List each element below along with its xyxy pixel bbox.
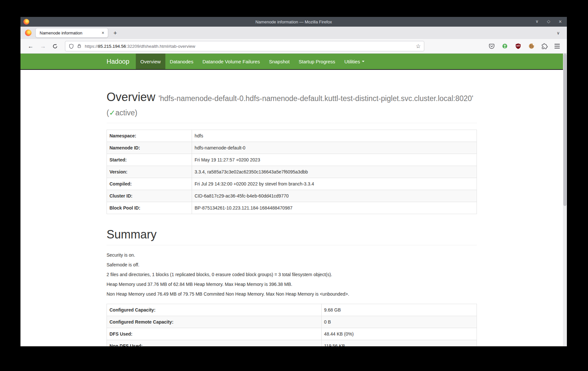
tab-close-icon[interactable]: ×	[101, 30, 105, 35]
row-label: Compiled:	[107, 178, 192, 190]
hadoop-navbar: Hadoop Overview Datanodes Datanode Volum…	[20, 54, 563, 70]
hadoop-nav-items: Overview Datanodes Datanode Volume Failu…	[136, 54, 369, 69]
summary-lines: Security is on. Safemode is off. 2 files…	[107, 252, 477, 297]
table-row: Non DFS Used: 119.56 KB	[107, 340, 477, 346]
nav-item[interactable]: Utilities	[340, 54, 369, 69]
ublock-origin-icon[interactable]: uO	[515, 43, 521, 49]
url-host: 85.215.194.56	[98, 44, 126, 49]
nav-item[interactable]: Snapshot	[264, 54, 294, 69]
row-label: Configured Remote Capacity:	[107, 316, 322, 328]
browser-tab[interactable]: Namenode information ×	[35, 28, 108, 38]
forward-button[interactable]: →	[40, 43, 46, 49]
row-label: Configured Capacity:	[107, 304, 322, 316]
page-scrollbar[interactable]	[563, 54, 567, 346]
status-open-paren: (	[107, 109, 109, 117]
row-value: 3.3.4, ra585a73c3e02ac62350c136643a5e7f6…	[192, 166, 477, 178]
table-row: DFS Used: 48.44 KB (0%)	[107, 328, 477, 340]
pocket-icon[interactable]	[489, 43, 495, 49]
summary-line: 2 files and directories, 1 blocks (1 rep…	[107, 271, 477, 278]
tab-bar: Namenode information × + ∨	[20, 27, 567, 39]
scrollbar-thumb[interactable]	[563, 54, 567, 206]
page-viewport: Hadoop Overview Datanodes Datanode Volum…	[20, 54, 567, 346]
ublock-label: uO	[515, 45, 521, 47]
caret-down-icon	[362, 61, 364, 62]
summary-line: Heap Memory used 37.76 MB of 62.84 MB He…	[107, 281, 477, 288]
url-bar[interactable]: https://85.215.194.56:32209/dfshealth.ht…	[65, 41, 424, 51]
nav-item-label: Snapshot	[269, 59, 289, 64]
menu-hamburger-icon[interactable]	[555, 44, 560, 48]
row-value: 48.44 KB (0%)	[321, 328, 477, 340]
content-container: Overview 'hdfs-namenode-default-0.hdfs-n…	[102, 90, 482, 346]
row-label: Version:	[107, 166, 192, 178]
overview-title: Overview 'hdfs-namenode-default-0.hdfs-n…	[107, 90, 477, 119]
maximize-button[interactable]: ◇	[547, 19, 550, 24]
table-row: Namespace: hdfs	[107, 130, 477, 142]
tracking-protection-shield-icon[interactable]	[69, 44, 74, 49]
url-path: :32209/dfshealth.html#tab-overview	[126, 44, 195, 49]
url-text[interactable]: https://85.215.194.56:32209/dfshealth.ht…	[85, 44, 416, 49]
extension-buttons: uO	[489, 43, 560, 49]
namenode-info-table: Namespace: hdfs Namenode ID: hdfs-nameno…	[107, 130, 477, 214]
cookie-extension-icon[interactable]	[528, 43, 535, 49]
row-label: Namenode ID:	[107, 142, 192, 154]
table-row: Started: Fri May 19 11:27:57 +0200 2023	[107, 154, 477, 166]
nav-item[interactable]: Datanodes	[165, 54, 198, 69]
table-row: Compiled: Fri Jul 29 14:32:00 +0200 2022…	[107, 178, 477, 190]
privacy-extension-icon[interactable]	[502, 43, 508, 49]
firefox-view-icon[interactable]	[25, 30, 32, 36]
browser-window: Namenode information — Mozilla Firefox ∨…	[20, 17, 567, 346]
namenode-info-table-body: Namespace: hdfs Namenode ID: hdfs-nameno…	[107, 130, 477, 214]
extensions-puzzle-icon[interactable]	[542, 43, 548, 49]
active-check-icon: ✓	[109, 109, 115, 117]
row-label: Namespace:	[107, 130, 192, 142]
new-tab-button[interactable]: +	[113, 30, 117, 36]
summary-header: Summary	[107, 228, 477, 245]
row-label: Started:	[107, 154, 192, 166]
list-all-tabs-icon[interactable]: ∨	[556, 31, 560, 35]
nav-item-label: Datanodes	[170, 59, 194, 64]
reload-icon[interactable]	[52, 44, 58, 49]
row-value: BP-875134261-10.223.121.184-168448847098…	[192, 202, 477, 214]
overview-header: Overview 'hdfs-namenode-default-0.hdfs-n…	[107, 90, 477, 123]
minimize-button[interactable]: ∨	[535, 19, 539, 24]
summary-line: Non Heap Memory used 76.49 MB of 79.75 M…	[107, 291, 477, 297]
window-title: Namenode information — Mozilla Firefox	[20, 19, 567, 24]
nav-item[interactable]: Startup Progress	[294, 54, 340, 69]
row-label: Cluster ID:	[107, 190, 192, 202]
nav-item-label: Datanode Volume Failures	[202, 59, 260, 64]
row-value: hdfs	[192, 130, 477, 142]
summary-line: Security is on.	[107, 252, 477, 258]
table-row: Version: 3.3.4, ra585a73c3e02ac62350c136…	[107, 166, 477, 178]
insecure-lock-icon[interactable]	[77, 44, 82, 49]
row-value: hdfs-namenode-default-0	[192, 142, 477, 154]
firefox-logo-icon	[23, 19, 29, 25]
summary-title: Summary	[107, 228, 477, 241]
table-row: Cluster ID: CID-6a817c29-ac36-45fc-b4eb-…	[107, 190, 477, 202]
row-value: CID-6a817c29-ac36-45fc-b4eb-60dd41cd9770	[192, 190, 477, 202]
window-titlebar[interactable]: Namenode information — Mozilla Firefox ∨…	[20, 17, 567, 27]
namenode-address: 'hdfs-namenode-default-0.hdfs-namenode-d…	[159, 94, 473, 103]
row-value: 0 B	[321, 316, 477, 328]
bookmark-star-icon[interactable]: ☆	[416, 44, 421, 49]
nav-item-label: Utilities	[344, 59, 360, 64]
active-status-label: active)	[115, 109, 137, 117]
nav-item[interactable]: Datanode Volume Failures	[198, 54, 264, 69]
row-label: Non DFS Used:	[107, 340, 322, 346]
url-scheme: https://	[85, 44, 98, 49]
hadoop-page: Hadoop Overview Datanodes Datanode Volum…	[20, 54, 563, 346]
nav-item-label: Startup Progress	[299, 59, 335, 64]
navigation-toolbar: ← → https://85.215.194.56:32209/dfshealt…	[20, 39, 567, 54]
table-row: Block Pool ID: BP-875134261-10.223.121.1…	[107, 202, 477, 214]
row-value: 119.56 KB	[321, 340, 477, 346]
capacity-table: Configured Capacity: 9.68 GB Configured …	[107, 304, 477, 346]
tab-title: Namenode information	[40, 31, 83, 35]
row-value: 9.68 GB	[321, 304, 477, 316]
table-row: Configured Capacity: 9.68 GB	[107, 304, 477, 316]
row-value: Fri May 19 11:27:57 +0200 2023	[192, 154, 477, 166]
hadoop-brand-link[interactable]: Hadoop	[107, 54, 136, 69]
capacity-table-body: Configured Capacity: 9.68 GB Configured …	[107, 304, 477, 346]
close-button[interactable]: ×	[559, 19, 562, 24]
back-button[interactable]: ←	[28, 43, 33, 49]
table-row: Configured Remote Capacity: 0 B	[107, 316, 477, 328]
nav-item[interactable]: Overview	[136, 54, 165, 69]
